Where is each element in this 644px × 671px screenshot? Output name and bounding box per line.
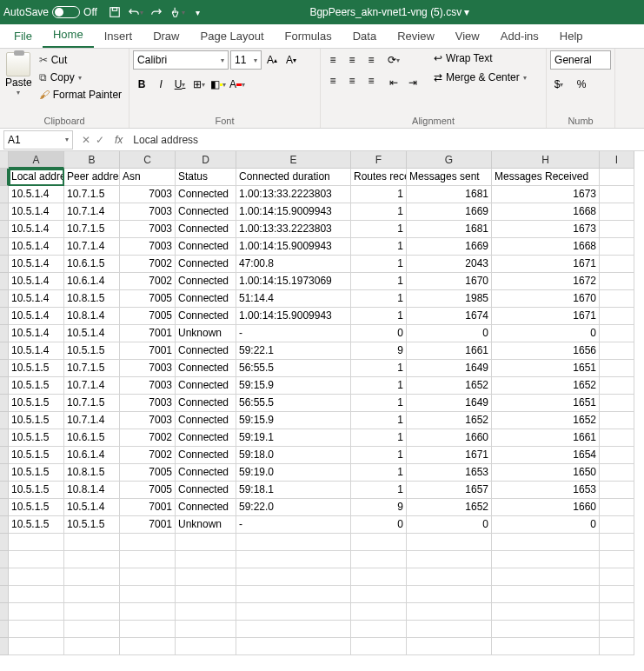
cell[interactable]: 1651 [492, 360, 600, 377]
borders-button[interactable]: ⊞▾ [190, 75, 208, 94]
cell[interactable]: 10.5.1.5 [9, 360, 64, 377]
row-header[interactable] [0, 464, 9, 482]
cell[interactable]: - [236, 516, 351, 534]
row-header[interactable] [0, 360, 9, 377]
cell[interactable]: 10.8.1.4 [64, 482, 120, 499]
row-header[interactable] [0, 169, 9, 186]
cell[interactable]: 0 [492, 325, 600, 342]
tab-data[interactable]: Data [342, 24, 387, 48]
row-header[interactable] [0, 377, 9, 395]
cell[interactable] [600, 203, 634, 221]
copy-button[interactable]: ⧉Copy▾ [36, 70, 125, 85]
cell[interactable]: 1661 [492, 429, 600, 447]
row-header[interactable] [0, 568, 9, 586]
cell[interactable]: 0 [351, 516, 407, 534]
cell[interactable] [600, 256, 634, 273]
cell[interactable] [492, 568, 600, 586]
row-header[interactable] [0, 551, 9, 568]
cell[interactable]: 10.5.1.4 [9, 342, 64, 360]
cell[interactable]: 59:18.1 [236, 482, 351, 499]
column-header[interactable]: B [64, 151, 120, 169]
cell[interactable]: Connected [176, 447, 236, 464]
cell[interactable] [9, 638, 64, 655]
cell[interactable]: 1652 [407, 412, 492, 429]
cell[interactable]: 7005 [120, 464, 176, 482]
cell[interactable]: 10.7.1.5 [64, 360, 120, 377]
row-header[interactable] [0, 429, 9, 447]
cell[interactable]: Connected [176, 256, 236, 273]
row-header[interactable] [0, 586, 9, 603]
cell[interactable]: 7003 [120, 221, 176, 238]
cell[interactable] [120, 568, 176, 586]
row-header[interactable] [0, 256, 9, 273]
cell[interactable]: 59:18.0 [236, 447, 351, 464]
column-header[interactable]: E [236, 151, 351, 169]
font-name-select[interactable]: Calibri▾ [133, 50, 229, 70]
cell[interactable]: 51:14.4 [236, 290, 351, 308]
merge-center-button[interactable]: ⇄Merge & Center▾ [430, 70, 530, 85]
cell[interactable]: 10.5.1.5 [9, 499, 64, 516]
cell[interactable] [600, 464, 634, 482]
row-header[interactable] [0, 516, 9, 534]
underline-button[interactable]: U▾ [171, 75, 189, 94]
percent-format-button[interactable]: % [573, 75, 590, 94]
row-header[interactable] [0, 412, 9, 429]
cell[interactable] [120, 586, 176, 603]
cell[interactable] [64, 568, 120, 586]
cell[interactable]: 10.8.1.4 [64, 308, 120, 325]
cell[interactable] [407, 551, 492, 568]
cell[interactable]: 0 [407, 325, 492, 342]
cell[interactable]: Connected [176, 360, 236, 377]
cell[interactable]: 10.5.1.5 [9, 395, 64, 412]
cell[interactable]: Asn [120, 169, 176, 186]
cell[interactable] [600, 308, 634, 325]
cell[interactable]: 1 [351, 412, 407, 429]
cell[interactable]: 7002 [120, 273, 176, 290]
cell[interactable]: 1 [351, 482, 407, 499]
cell[interactable] [120, 534, 176, 551]
cell[interactable]: 1669 [407, 203, 492, 221]
cell[interactable]: 0 [492, 516, 600, 534]
cell[interactable]: 1.00:14:15.1973069 [236, 273, 351, 290]
cell[interactable]: 9 [351, 499, 407, 516]
cell[interactable]: 10.5.1.4 [9, 308, 64, 325]
cell[interactable]: 10.5.1.4 [9, 186, 64, 203]
cell[interactable]: 1652 [492, 377, 600, 395]
tab-review[interactable]: Review [387, 24, 445, 48]
cell[interactable]: 10.5.1.5 [9, 377, 64, 395]
tab-formulas[interactable]: Formulas [275, 24, 342, 48]
cell[interactable] [351, 551, 407, 568]
format-painter-button[interactable]: 🖌Format Painter [36, 87, 125, 103]
cut-button[interactable]: ✂Cut [36, 52, 125, 68]
cell[interactable]: 1654 [492, 447, 600, 464]
cell[interactable]: Connected [176, 482, 236, 499]
align-top-button[interactable]: ≡ [324, 50, 342, 70]
cell[interactable]: 10.5.1.4 [64, 499, 120, 516]
cell[interactable] [600, 221, 634, 238]
cell[interactable] [492, 586, 600, 603]
cell[interactable] [9, 551, 64, 568]
cell[interactable]: 59:22.1 [236, 342, 351, 360]
cell[interactable] [120, 603, 176, 621]
cell[interactable]: 7003 [120, 412, 176, 429]
row-header[interactable] [0, 603, 9, 621]
row-header[interactable] [0, 638, 9, 655]
cell[interactable]: 1671 [492, 256, 600, 273]
tab-add-ins[interactable]: Add-ins [490, 24, 549, 48]
cell[interactable]: 10.8.1.5 [64, 464, 120, 482]
cell[interactable]: 1674 [407, 308, 492, 325]
cell[interactable]: 1 [351, 238, 407, 256]
cell[interactable]: 10.7.1.4 [64, 377, 120, 395]
cell[interactable]: 7001 [120, 325, 176, 342]
cell[interactable]: 1 [351, 308, 407, 325]
cell[interactable]: 1669 [407, 238, 492, 256]
cell[interactable] [600, 238, 634, 256]
cell[interactable]: 1 [351, 360, 407, 377]
cell[interactable]: 10.5.1.5 [9, 482, 64, 499]
row-header[interactable] [0, 621, 9, 638]
cell[interactable] [351, 586, 407, 603]
cell[interactable]: Messages sent [407, 169, 492, 186]
font-color-button[interactable]: A▾ [229, 75, 246, 94]
cell[interactable] [600, 290, 634, 308]
cell[interactable] [351, 568, 407, 586]
